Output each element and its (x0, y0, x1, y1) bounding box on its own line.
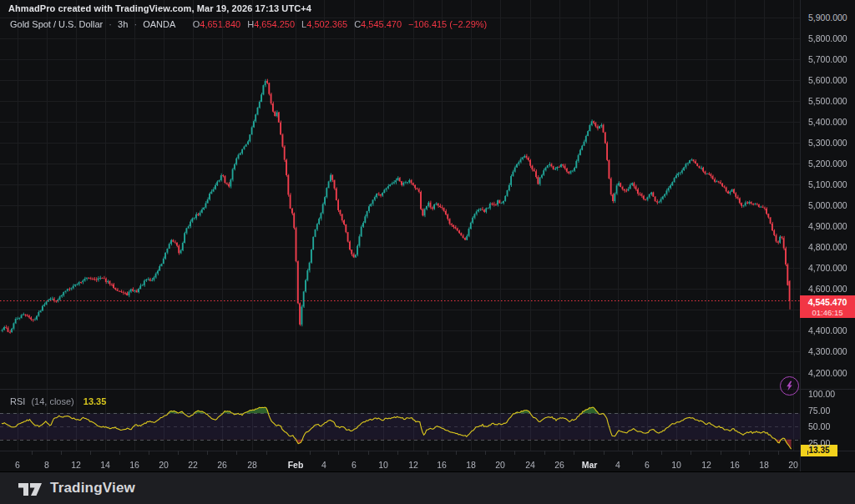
time-axis-label: Mar (582, 460, 598, 470)
time-axis-tick (632, 451, 633, 455)
price-axis-label: 5,500.000 (808, 96, 847, 106)
time-axis-tick (691, 451, 691, 455)
open-value: 4,651.840 (200, 19, 240, 29)
rsi-params: (14, close) (31, 396, 73, 406)
time-axis-tick (178, 451, 179, 455)
time-axis-label: 12 (71, 460, 81, 470)
time-axis-tick (90, 451, 91, 455)
last-price-value: 4,545.470 (800, 297, 855, 308)
symbol-legend[interactable]: Gold Spot / U.S. Dollar · 3h · OANDA O4,… (10, 19, 487, 29)
time-axis-label: 24 (525, 460, 535, 470)
time-axis-label: 16 (730, 460, 740, 470)
time-axis-label: 14 (100, 460, 110, 470)
time-axis-tick (749, 451, 750, 455)
time-axis-tick (32, 451, 33, 455)
low-value: 4,502.365 (306, 19, 347, 29)
price-axis-label: 4,900.000 (808, 221, 847, 231)
time-axis-label: 16 (129, 460, 139, 470)
time-axis-tick (456, 451, 457, 455)
time-axis-label: 6 (352, 460, 357, 470)
time-axis-tick (338, 451, 339, 455)
time-axis-tick (778, 451, 779, 455)
open-label: O (193, 19, 200, 29)
pane-separator[interactable] (0, 389, 855, 390)
time-axis-label: 16 (437, 460, 447, 470)
time-axis-tick (207, 451, 208, 455)
price-axis-label: 5,400.000 (808, 117, 847, 127)
time-axis-tick (119, 451, 120, 455)
time-axis-tick (428, 451, 428, 455)
close-value: 4,545.470 (361, 19, 402, 29)
time-axis-tick (368, 451, 369, 455)
time-axis-label: 28 (247, 460, 257, 470)
price-axis-label: 4,600.000 (808, 284, 847, 294)
price-axis-label: 5,800.000 (808, 33, 847, 43)
rsi-axis-label: 50.00 (808, 421, 830, 431)
change-value: −106.415 (−2.29%) (408, 19, 487, 29)
rsi-current-value: 13.35 (83, 396, 107, 406)
time-axis-label: 8 (44, 460, 49, 470)
time-axis-tick (807, 451, 808, 455)
footer-bar: TradingView (0, 471, 855, 504)
price-axis-label: 5,300.000 (808, 138, 847, 148)
close-label: C (354, 19, 361, 29)
high-value: 4,654.250 (254, 19, 295, 29)
time-axis-tick (149, 451, 149, 455)
time-axis-tick (574, 451, 574, 455)
rsi-legend[interactable]: RSI (14, close) 13.35 (10, 396, 106, 406)
rsi-title[interactable]: RSI (10, 396, 25, 406)
high-label: H (247, 19, 254, 29)
price-axis-label: 5,700.000 (808, 54, 847, 64)
time-axis-label: 4 (321, 460, 326, 470)
time-axis-tick (397, 451, 398, 455)
time-axis-label: 10 (378, 460, 388, 470)
price-axis[interactable] (800, 0, 855, 471)
time-axis-label: 10 (671, 460, 681, 470)
time-axis-tick (236, 451, 237, 455)
price-axis-label: 5,100.000 (808, 179, 847, 189)
time-axis-label: 20 (159, 460, 169, 470)
tradingview-logo-icon[interactable] (18, 481, 43, 496)
symbol-interval[interactable]: 3h (118, 19, 128, 29)
time-axis-label: Feb (288, 460, 304, 470)
time-axis-label: 22 (188, 460, 198, 470)
price-axis-label: 4,800.000 (808, 242, 847, 252)
ohlc-values: O4,651.840H4,654.250L4,502.365C4,545.470… (186, 19, 488, 29)
rsi-axis-label: 25.00 (808, 438, 830, 448)
time-axis-tick (604, 451, 605, 455)
time-axis-tick (514, 451, 515, 455)
time-axis-label: 18 (759, 460, 769, 470)
price-axis-label: 5,900.000 (808, 13, 847, 23)
price-axis-label: 5,000.000 (808, 200, 847, 210)
price-axis-label: 4,700.000 (808, 263, 847, 273)
time-axis-label: 4 (615, 460, 620, 470)
rsi-axis-label: 100.00 (808, 389, 835, 399)
price-axis-label: 4,300.000 (808, 346, 847, 356)
last-price-label: 4,545.470 01:46:15 (800, 295, 855, 318)
price-axis-label: 4,400.000 (808, 325, 847, 335)
legend-separator: · (109, 19, 112, 29)
price-axis-label: 5,600.000 (808, 75, 847, 85)
time-axis-tick (544, 451, 545, 455)
quick-action-button[interactable] (780, 376, 799, 396)
time-axis-tick (61, 451, 62, 455)
time-axis-label: 6 (645, 460, 650, 470)
time-axis-tick (661, 451, 662, 455)
time-axis-label: 20 (495, 460, 505, 470)
rsi-axis-label: 75.00 (808, 406, 830, 416)
time-axis-tick (310, 451, 311, 455)
symbol-title[interactable]: Gold Spot / U.S. Dollar (10, 19, 103, 29)
bar-countdown: 01:46:15 (800, 308, 855, 317)
time-axis-tick (266, 451, 267, 455)
time-axis-label: 26 (217, 460, 227, 470)
candlestick-chart-canvas[interactable] (0, 0, 800, 451)
price-axis-label: 4,200.000 (808, 368, 847, 378)
symbol-exchange[interactable]: OANDA (143, 19, 175, 29)
attribution-text: AhmadPro created with TradingView.com, M… (8, 3, 311, 13)
lightning-icon (784, 381, 795, 391)
time-axis-label: 20 (788, 460, 798, 470)
tradingview-brand-text[interactable]: TradingView (50, 480, 135, 496)
price-axis-label: 5,200.000 (808, 159, 847, 169)
time-axis-label: 18 (466, 460, 476, 470)
time-axis-label: 26 (554, 460, 564, 470)
